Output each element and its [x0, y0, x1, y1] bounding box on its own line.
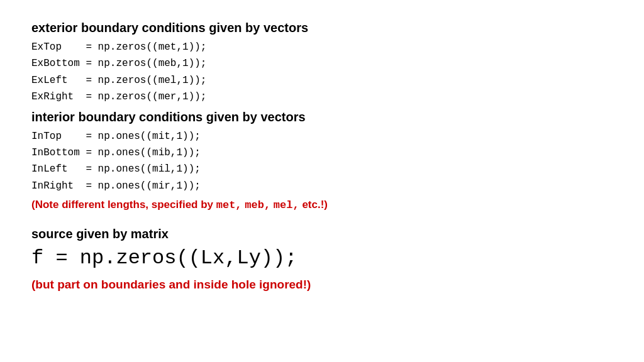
exterior-heading: exterior boundary conditions given by ve… [31, 19, 613, 36]
note-prefix: (Note different lengths, specified by [31, 199, 216, 211]
note-mono3: mel, [274, 199, 299, 211]
exterior-line-3: ExLeft = np.zeros((mel,1)); [31, 72, 613, 89]
interior-line-2: InBottom = np.ones((mib,1)); [31, 145, 613, 161]
interior-section: interior boundary conditions given by ve… [31, 108, 613, 214]
interior-code-block: InTop = np.ones((mit,1)); InBottom = np.… [31, 128, 613, 195]
source-warning: (but part on boundaries and inside hole … [31, 276, 613, 294]
source-code: f = np.zeros((Lx,Ly)); [31, 245, 613, 272]
interior-note: (Note different lengths, specified by me… [31, 197, 613, 214]
note-suffix: etc.!) [299, 199, 328, 211]
interior-line-3: InLeft = np.ones((mil,1)); [31, 161, 613, 177]
interior-line-4: InRight = np.ones((mir,1)); [31, 178, 613, 194]
source-section: source given by matrix f = np.zeros((Lx,… [31, 225, 613, 294]
exterior-code-block: ExTop = np.zeros((met,1)); ExBottom = np… [31, 39, 613, 106]
note-mono1: met, [216, 199, 242, 211]
exterior-section: exterior boundary conditions given by ve… [31, 19, 613, 106]
interior-heading: interior boundary conditions given by ve… [31, 108, 613, 126]
source-heading: source given by matrix [31, 225, 613, 243]
exterior-line-2: ExBottom = np.zeros((meb,1)); [31, 55, 613, 72]
exterior-line-1: ExTop = np.zeros((met,1)); [31, 39, 613, 55]
note-mono2: meb, [245, 199, 270, 211]
interior-line-1: InTop = np.ones((mit,1)); [31, 128, 613, 145]
exterior-line-4: ExRight = np.zeros((mer,1)); [31, 89, 613, 105]
